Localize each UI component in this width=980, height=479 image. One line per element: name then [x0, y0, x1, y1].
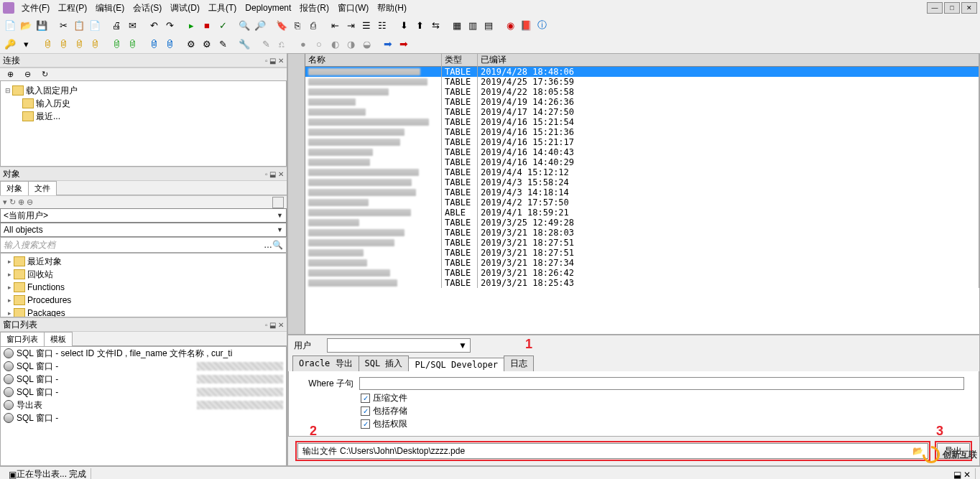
db-blue-2[interactable]: 🛢	[162, 37, 177, 51]
bookmark-icon[interactable]: 🔖	[274, 18, 289, 32]
tab-template[interactable]: 模板	[44, 332, 73, 346]
table-row[interactable]: TABLE2019/4/2 17:57:50	[305, 197, 979, 208]
menu-session[interactable]: 会话(S)	[129, 1, 166, 16]
export-icon[interactable]: ⬇	[397, 18, 411, 32]
table-row[interactable]: TABLE2019/3/21 18:27:51	[305, 248, 979, 258]
icon-a[interactable]: ⎘	[290, 18, 305, 32]
wrench-icon[interactable]: 🔧	[237, 37, 251, 51]
db-icon-4[interactable]: 🛢	[88, 37, 102, 51]
pin-icon[interactable]: ▫ ⬓ ✕	[265, 170, 284, 178]
table-row[interactable]: TABLE2019/4/16 15:21:36	[305, 127, 979, 137]
pin-icon[interactable]: ▫ ⬓ ✕	[265, 321, 284, 329]
db-red-icon[interactable]: ◉	[503, 18, 517, 32]
tab-objects[interactable]: 对象	[0, 181, 29, 195]
cut-icon[interactable]: ✂	[56, 18, 70, 32]
connect-tree[interactable]: ⊟载入固定用户 输入历史 最近...	[0, 80, 287, 167]
indent-left-icon[interactable]: ⇤	[328, 18, 342, 32]
compare-icon[interactable]: ⇆	[428, 18, 443, 32]
table-row[interactable]: TABLE2019/4/19 14:26:36	[305, 97, 979, 107]
refresh-icon[interactable]: ↻	[37, 68, 52, 82]
mail-icon[interactable]: ✉	[125, 18, 139, 32]
redo-icon[interactable]: ↷	[162, 18, 177, 32]
gear-icon[interactable]: ⚙	[184, 37, 198, 51]
table-row[interactable]: TABLE2019/3/21 18:26:42	[305, 268, 979, 278]
user-dropdown[interactable]: ▼	[327, 338, 471, 353]
tab-oracle-export[interactable]: Oracle 导出	[292, 355, 359, 371]
collapse-icon[interactable]: ⊖	[20, 68, 34, 82]
col-name[interactable]: 名称	[305, 54, 441, 67]
tree-item[interactable]: 载入固定用户	[26, 85, 78, 97]
window-list[interactable]: SQL 窗口 - select ID 文件ID , file_name 文件名称…	[0, 346, 287, 466]
new-icon[interactable]: 📄	[3, 18, 17, 32]
import-icon[interactable]: ⬆	[412, 18, 427, 32]
tab-log[interactable]: 日志	[504, 355, 534, 371]
find-next-icon[interactable]: 🔎	[253, 18, 267, 32]
db-blue-1[interactable]: 🛢	[147, 37, 161, 51]
table-row[interactable]: TABLE2019/4/25 17:36:59	[305, 77, 979, 87]
save-icon[interactable]: 💾	[34, 18, 49, 32]
dropdown-icon[interactable]: ▾	[19, 37, 33, 51]
table-row[interactable]: TABLE2019/3/25 12:49:28	[305, 218, 979, 228]
indent-right-icon[interactable]: ⇥	[343, 18, 358, 32]
tree-item[interactable]: 回收站	[27, 269, 53, 281]
arrow-right-red-icon[interactable]: ➡	[397, 37, 411, 51]
arrow-right-blue-icon[interactable]: ➡	[381, 37, 395, 51]
tree-item[interactable]: Procedures	[27, 295, 71, 305]
db-icon-1[interactable]: 🛢	[40, 37, 55, 51]
tile-icon[interactable]: ▥	[466, 18, 480, 32]
table-row[interactable]: TABLE2019/4/16 15:21:17	[305, 137, 979, 147]
tree-item[interactable]: 最近对象	[27, 256, 62, 268]
where-input[interactable]	[359, 377, 964, 390]
minimize-button[interactable]: —	[927, 2, 943, 14]
list-item[interactable]: SQL 窗口 -	[1, 411, 286, 424]
key-icon[interactable]: 🔑	[3, 37, 17, 51]
table-row[interactable]: TABLE2019/4/16 14:40:43	[305, 147, 979, 157]
search-input[interactable]: 输入搜索文档 … 🔍	[0, 237, 287, 253]
all-objects-dropdown[interactable]: All objects▼	[0, 223, 287, 237]
undo-icon[interactable]: ↶	[147, 18, 161, 32]
table-row[interactable]: TABLE2019/3/21 18:27:34	[305, 258, 979, 268]
tree-item[interactable]: Functions	[27, 282, 65, 292]
copy-icon[interactable]: 📋	[72, 18, 86, 32]
chk-storage[interactable]: ✓包括存储	[361, 404, 964, 417]
menu-tools[interactable]: 工具(T)	[204, 1, 241, 16]
chk-privs[interactable]: ✓包括权限	[361, 417, 964, 430]
menu-file[interactable]: 文件(F)	[17, 1, 54, 16]
paste-icon[interactable]: 📄	[88, 18, 102, 32]
menu-report[interactable]: 报告(R)	[295, 1, 333, 16]
tab-plsql-developer[interactable]: PL/SQL Developer	[408, 358, 504, 371]
search-go-icon[interactable]: 🔍	[272, 240, 283, 250]
edit-icon[interactable]: ✎	[216, 37, 230, 51]
menu-deployment[interactable]: Deployment	[241, 1, 295, 14]
table-row[interactable]: TABLE2019/4/22 18:05:58	[305, 87, 979, 97]
table-row[interactable]: TABLE2019/4/28 18:48:06	[305, 67, 979, 77]
col-type[interactable]: 类型	[442, 54, 477, 67]
table-row[interactable]: TABLE2019/3/21 18:28:03	[305, 228, 979, 238]
object-tree[interactable]: ▸最近对象 ▸回收站 ▸Functions ▸Procedures ▸Packa…	[0, 253, 287, 317]
list-item[interactable]: SQL 窗口 -	[1, 373, 286, 386]
db-green-1[interactable]: 🛢	[109, 37, 124, 51]
menu-edit[interactable]: 编辑(E)	[91, 1, 129, 16]
menu-help[interactable]: 帮助(H)	[373, 1, 411, 16]
print-icon[interactable]: 🖨	[109, 18, 124, 32]
table-row[interactable]: ABLE2019/4/1 18:59:21	[305, 208, 979, 218]
tab-sql-insert[interactable]: SQL 插入	[359, 355, 410, 371]
list-item[interactable]: SQL 窗口 - select ID 文件ID , file_name 文件名称…	[1, 347, 286, 360]
pin-icon[interactable]: ▫ ⬓ ✕	[265, 57, 284, 65]
table-grid[interactable]: 名称 类型 已编译 TABLE2019/4/28 18:48:06TABLE20…	[287, 53, 980, 335]
menu-project[interactable]: 工程(P)	[54, 1, 91, 16]
report-icon[interactable]: 📕	[519, 18, 533, 32]
list-item[interactable]: SQL 窗口 -	[1, 386, 286, 399]
output-file-field[interactable]: 输出文件 C:\Users\John\Desktop\zzzz.pde 📂	[297, 443, 928, 459]
table-row[interactable]: TABLE2019/4/3 14:18:14	[305, 187, 979, 197]
db-icon-2[interactable]: 🛢	[56, 37, 70, 51]
table-row[interactable]: TABLE2019/3/21 18:25:43	[305, 278, 979, 288]
table-row[interactable]: TABLE2019/4/4 15:12:12	[305, 167, 979, 177]
table-row[interactable]: TABLE2019/3/21 18:27:51	[305, 238, 979, 248]
table-row[interactable]: TABLE2019/4/16 15:21:54	[305, 117, 979, 127]
db-green-2[interactable]: 🛢	[125, 37, 139, 51]
menu-debug[interactable]: 调试(D)	[166, 1, 204, 16]
close-button[interactable]: ✕	[961, 2, 977, 14]
tab-files[interactable]: 文件	[28, 181, 57, 195]
find-icon[interactable]: 🔍	[237, 18, 251, 32]
